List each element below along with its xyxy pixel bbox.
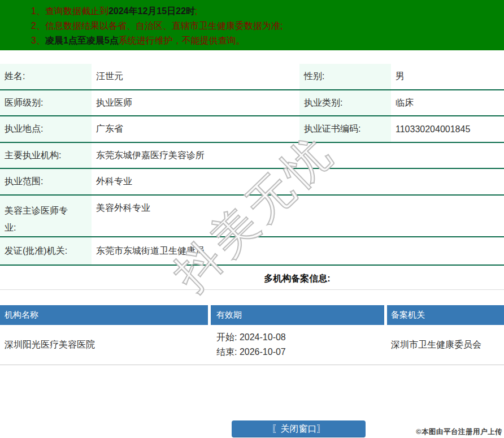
notice-line-2: 2、信息数据结果以各省、自治区、直辖市卫生健康委数据为准; bbox=[31, 19, 498, 33]
org-name-column-header: 机构名称 bbox=[0, 305, 208, 325]
license-query-result-page: 1、查询数据截止到2024年12月15日22时; 2、信息数据结果以各省、自治区… bbox=[0, 0, 504, 438]
notice-text: 查询数据截止到 bbox=[45, 6, 108, 16]
doctor-level-label: 医师级别: bbox=[0, 90, 92, 115]
practice-location-label: 执业地点: bbox=[0, 116, 92, 142]
notice-header: 1、查询数据截止到2024年12月15日22时; 2、信息数据结果以各省、自治区… bbox=[0, 0, 504, 50]
main-institution-label: 主要执业机构: bbox=[0, 143, 92, 168]
table-row-practice-scope: 执业范围: 外科专业 bbox=[0, 169, 504, 196]
validity-end: 结束: 2026-10-07 bbox=[216, 345, 286, 359]
practice-scope-value: 外科专业 bbox=[92, 169, 504, 194]
notice-text: 信息数据结果以各省、自治区、直辖市卫生健康委数据为准; bbox=[45, 21, 283, 31]
notice-line-3: 3、凌晨1点至凌晨5点系统进行维护，不能提供查询。 bbox=[31, 33, 498, 48]
validity-start-label: 开始: bbox=[216, 332, 237, 342]
issuing-authority-label: 发证(批准)机关: bbox=[0, 237, 92, 264]
main-institution-value: 东莞东城伊嘉医疗美容诊所 bbox=[92, 143, 504, 168]
name-value: 汪世元 bbox=[92, 64, 299, 89]
record-authority-cell: 深圳市卫生健康委员会 bbox=[387, 325, 504, 365]
practice-location-value: 广东省 bbox=[92, 116, 299, 142]
gender-value: 男 bbox=[391, 64, 504, 89]
table-row-name-gender: 姓名: 汪世元 性别: 男 bbox=[0, 64, 504, 90]
org-name-cell: 深圳阳光医疗美容医院 bbox=[0, 325, 208, 365]
notice-number: 2、 bbox=[31, 21, 45, 31]
record-row: 深圳阳光医疗美容医院 开始: 2024-10-08 结束: 2026-10-07… bbox=[0, 325, 504, 365]
close-window-button[interactable]: 〖关闭窗口〗 bbox=[232, 420, 366, 437]
records-table-header: 机构名称 有效期 备案机关 bbox=[0, 305, 504, 325]
validity-start-date: 2024-10-08 bbox=[240, 332, 286, 342]
practice-category-value: 临床 bbox=[391, 90, 504, 115]
validity-start: 开始: 2024-10-08 bbox=[216, 330, 286, 345]
table-row-issuing-authority: 发证(批准)机关: 东莞市东城街道卫生健康局 bbox=[0, 237, 504, 266]
validity-end-date: 2026-10-07 bbox=[240, 347, 286, 357]
validity-end-label: 结束: bbox=[216, 347, 237, 357]
table-row-location-certno: 执业地点: 广东省 执业证书编码: 110330204001845 bbox=[0, 116, 504, 143]
practice-scope-label: 执业范围: bbox=[0, 169, 92, 194]
cosmetic-specialty-value: 美容外科专业 bbox=[92, 196, 504, 236]
multi-institution-section-title: 多机构备案信息: bbox=[0, 266, 504, 290]
notice-line-1: 1、查询数据截止到2024年12月15日22时; bbox=[31, 4, 498, 19]
notice-number: 1、 bbox=[31, 6, 45, 16]
certificate-number-label: 执业证书编码: bbox=[299, 116, 391, 142]
table-row-main-institution: 主要执业机构: 东莞东城伊嘉医疗美容诊所 bbox=[0, 143, 504, 169]
doctor-level-value: 执业医师 bbox=[92, 90, 299, 115]
gender-label: 性别: bbox=[299, 64, 391, 89]
notice-bold-text: 2024年12月15日22时 bbox=[108, 6, 195, 16]
certificate-number-value: 110330204001845 bbox=[391, 116, 504, 142]
issuing-authority-value: 东莞市东城街道卫生健康局 bbox=[92, 237, 504, 264]
practitioner-info-table: 姓名: 汪世元 性别: 男 医师级别: 执业医师 执业类别: 临床 执业地点: … bbox=[0, 64, 504, 266]
notice-number: 3、 bbox=[31, 36, 45, 45]
table-row-cosmetic-specialty: 美容主诊医师专业: 美容外科专业 bbox=[0, 196, 504, 237]
table-row-level-category: 医师级别: 执业医师 执业类别: 临床 bbox=[0, 90, 504, 116]
notice-text: 系统进行维护，不能提供查询。 bbox=[119, 36, 245, 45]
validity-column-header: 有效期 bbox=[211, 305, 384, 325]
record-authority-column-header: 备案机关 bbox=[387, 305, 504, 325]
cosmetic-specialty-label: 美容主诊医师专业: bbox=[0, 196, 92, 236]
validity-cell: 开始: 2024-10-08 结束: 2026-10-07 bbox=[211, 325, 384, 365]
name-label: 姓名: bbox=[0, 64, 92, 89]
practice-category-label: 执业类别: bbox=[299, 90, 391, 115]
multi-institution-records-table: 机构名称 有效期 备案机关 深圳阳光医疗美容医院 开始: 2024-10-08 … bbox=[0, 305, 504, 365]
footer-credit: ©本图由平台注册用户上传 bbox=[416, 427, 502, 437]
notice-bold-text: 凌晨1点至凌晨5点 bbox=[45, 36, 119, 45]
notice-text: ; bbox=[195, 6, 197, 16]
